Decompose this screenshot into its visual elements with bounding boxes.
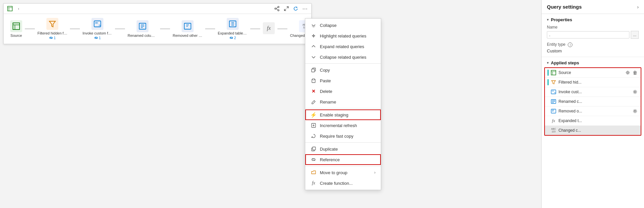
applied-steps-header[interactable]: ▾ Applied steps	[542, 60, 644, 65]
menu-enable-staging-label: Enable staging	[320, 112, 376, 117]
entity-type-label: Entity type i	[547, 42, 639, 47]
menu-item-incremental[interactable]: Incremental refresh	[305, 120, 381, 131]
reference-icon	[311, 157, 317, 163]
connector-3	[115, 29, 125, 29]
main-canvas: ‹	[0, 0, 541, 208]
svg-marker-14	[49, 21, 55, 27]
svg-marker-10	[296, 7, 298, 8]
menu-item-highlight[interactable]: Highlight related queries	[305, 31, 381, 41]
menu-create-function-label: Create function...	[320, 181, 376, 186]
menu-collapse-related-label: Collapse related queries	[320, 55, 376, 60]
step-removed[interactable]: Removed other c...	[170, 19, 205, 39]
applied-step-source-icon	[551, 70, 556, 76]
step-invoke-icon: fx	[91, 18, 103, 30]
step-source[interactable]: Source	[8, 19, 25, 39]
toolbar-right: ⋯	[273, 5, 309, 12]
applied-step-invoke-actions	[632, 89, 638, 95]
applied-step-changed[interactable]: ABC123 Changed c...	[545, 126, 641, 135]
menu-item-collapse[interactable]: Collapse	[305, 20, 381, 31]
teal-bar-filtered	[548, 79, 549, 85]
applied-step-source-name: Source	[558, 70, 623, 75]
menu-item-move-to-group[interactable]: Move to group ›	[305, 167, 381, 178]
fx-menu-icon: fx	[311, 180, 317, 186]
step-removed-icon	[182, 20, 194, 32]
menu-item-duplicate[interactable]: Duplicate	[305, 144, 381, 154]
applied-steps-label: Applied steps	[551, 60, 579, 65]
left-arrow-icon[interactable]: ‹	[15, 5, 22, 12]
step-expanded[interactable]: Expanded table c... 2	[215, 17, 250, 41]
lightning-icon: ⚡	[311, 112, 317, 118]
step-filtered[interactable]: Filtered hidden fi... 1	[35, 17, 70, 41]
step-invoke-label: Invoke custom fu...	[83, 31, 112, 35]
panel-expand-icon[interactable]: ›	[637, 4, 639, 10]
svg-rect-39	[551, 70, 556, 75]
applied-step-renamed[interactable]: Renamed c...	[545, 97, 641, 106]
step-invoke-link[interactable]: 1	[94, 36, 101, 40]
svg-rect-33	[313, 79, 315, 80]
source-delete-icon[interactable]: 🗑	[632, 70, 638, 76]
more-icon[interactable]: ⋯	[301, 5, 309, 12]
step-removed-box: Removed other c...	[170, 19, 205, 39]
table-icon[interactable]	[6, 5, 14, 12]
step-source-box: Source	[8, 19, 25, 39]
step-renamed-icon	[137, 20, 148, 32]
refresh-icon[interactable]	[292, 5, 299, 12]
applied-step-invoke[interactable]: fx Invoke cust...	[545, 87, 641, 97]
svg-rect-11	[13, 23, 20, 30]
applied-step-invoke-icon: fx	[551, 89, 556, 95]
applied-steps-list: Source 🗑	[544, 67, 641, 136]
menu-highlight-label: Highlight related queries	[320, 34, 376, 38]
step-expanded-label: Expanded table c...	[218, 31, 248, 35]
applied-step-filtered[interactable]: Filtered hid...	[545, 78, 641, 87]
invoke-gear-icon[interactable]	[632, 89, 638, 95]
step-removed-label: Removed other c...	[173, 34, 203, 37]
entity-type-info-icon[interactable]: i	[568, 42, 572, 47]
svg-line-7	[276, 9, 278, 10]
teal-bar-source	[548, 70, 549, 76]
step-renamed[interactable]: Renamed columns	[125, 19, 160, 39]
applied-step-renamed-icon	[551, 99, 556, 104]
name-input[interactable]	[547, 31, 629, 38]
menu-item-rename[interactable]: Rename	[305, 97, 381, 107]
paste-icon	[311, 78, 317, 84]
menu-item-require-fast[interactable]: Require fast copy	[305, 131, 381, 141]
menu-rename-label: Rename	[320, 100, 376, 104]
menu-item-copy[interactable]: Copy	[305, 65, 381, 75]
step-expanded-link[interactable]: 2	[229, 36, 236, 40]
menu-item-expand-related[interactable]: Expand related queries	[305, 41, 381, 52]
step-renamed-label: Renamed columns	[128, 34, 157, 37]
step-fx[interactable]: fx	[260, 21, 277, 37]
diagram-toolbar: ‹	[4, 4, 311, 14]
step-filtered-link[interactable]: 1	[49, 36, 56, 40]
menu-item-collapse-related[interactable]: Collapse related queries	[305, 52, 381, 62]
source-gear-icon[interactable]	[625, 70, 631, 76]
properties-section: ▾ Properties Name ... Entity type i Cust…	[542, 14, 644, 57]
resize-icon[interactable]	[283, 5, 290, 12]
menu-item-reference[interactable]: Reference	[305, 154, 381, 165]
name-dots-button[interactable]: ...	[631, 31, 639, 39]
menu-reference-label: Reference	[320, 157, 376, 162]
toolbar-left: ‹	[6, 5, 22, 12]
menu-item-delete[interactable]: ✕ Delete	[305, 86, 381, 97]
menu-item-enable-staging[interactable]: ⚡ Enable staging	[305, 109, 381, 120]
step-invoke[interactable]: fx Invoke custom fu... 1	[80, 17, 115, 41]
step-filtered-icon	[46, 18, 58, 30]
panel-title: Query settings	[547, 4, 582, 10]
query-settings-panel: Query settings › ▾ Properties Name ... E…	[541, 0, 644, 208]
removed-gear-icon[interactable]	[632, 108, 638, 114]
applied-step-source[interactable]: Source 🗑	[545, 68, 641, 78]
connector-7	[277, 29, 287, 29]
connector-4	[160, 29, 170, 29]
applied-step-expanded[interactable]: fx Expanded t...	[545, 116, 641, 126]
duplicate-icon	[311, 146, 317, 152]
svg-point-29	[313, 35, 314, 36]
menu-item-create-function[interactable]: fx Create function...	[305, 178, 381, 188]
properties-header[interactable]: ▾ Properties	[547, 17, 639, 22]
svg-point-47	[634, 91, 636, 93]
step-fx-icon: fx	[263, 22, 275, 34]
applied-step-filtered-icon	[551, 79, 556, 85]
share-icon[interactable]	[273, 5, 281, 12]
folder-icon	[311, 170, 317, 175]
menu-item-paste[interactable]: Paste	[305, 75, 381, 86]
applied-step-removed[interactable]: Removed o...	[545, 106, 641, 116]
